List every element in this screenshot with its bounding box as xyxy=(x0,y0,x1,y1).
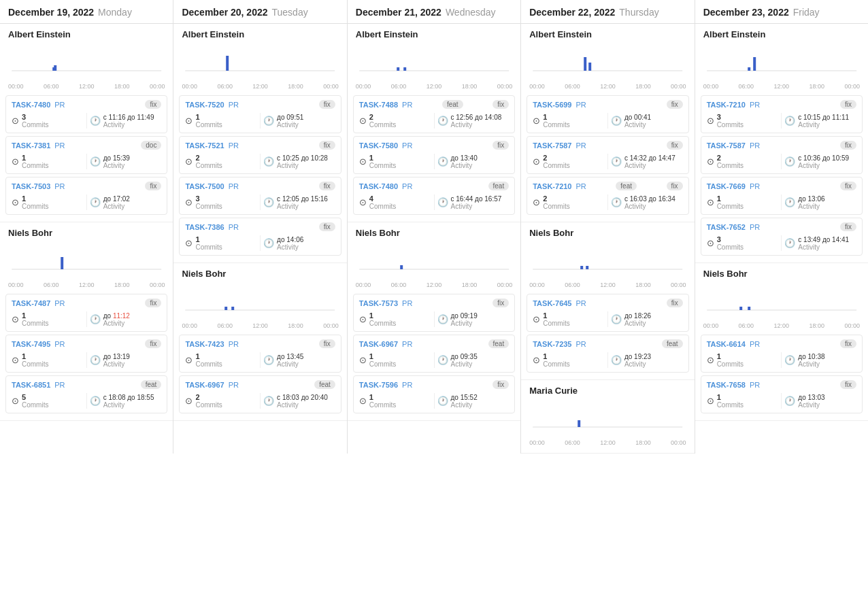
pr-link[interactable]: PR xyxy=(229,141,239,150)
activity-block: 🕐 с 11:16 до 11:49Activity xyxy=(90,113,162,129)
pr-link[interactable]: PR xyxy=(54,141,65,150)
pr-link[interactable]: PR xyxy=(575,101,586,109)
pr-link[interactable]: PR xyxy=(229,381,239,389)
task-id-link[interactable]: TASK-7587 xyxy=(707,141,746,150)
task-id-link[interactable]: TASK-6967 xyxy=(185,381,224,389)
clock-icon: 🕐 xyxy=(784,396,795,406)
pr-link[interactable]: PR xyxy=(750,381,760,389)
pr-link[interactable]: PR xyxy=(402,381,412,389)
pr-link[interactable]: PR xyxy=(402,141,412,150)
tag-badge: fix xyxy=(840,380,856,389)
activity-label: Activity xyxy=(103,401,154,409)
task-card: TASK-7587PRfix⊙ 2Commits🕐 с 10:36 до 10:… xyxy=(701,136,863,174)
activity-block: 🕐 до 14:06Activity xyxy=(263,235,335,251)
pr-link[interactable]: PR xyxy=(750,141,760,150)
task-id-link[interactable]: TASK-7210 xyxy=(707,101,746,109)
chart-label-4: 00:00 xyxy=(497,83,513,90)
pr-link[interactable]: PR xyxy=(750,340,760,348)
task-id-link[interactable]: TASK-7480 xyxy=(12,101,50,109)
pr-link[interactable]: PR xyxy=(229,340,239,348)
task-id-link[interactable]: TASK-7587 xyxy=(533,141,571,150)
activity-block: 🕐 с 13:49 до 14:41Activity xyxy=(784,235,856,251)
commits-label: Commits xyxy=(543,320,569,327)
activity-label: Activity xyxy=(103,203,130,210)
pr-link[interactable]: PR xyxy=(402,101,412,109)
pr-link[interactable]: PR xyxy=(750,223,760,231)
task-id-link[interactable]: TASK-7500 xyxy=(185,182,224,190)
activity-label: Activity xyxy=(451,162,478,169)
task-id-link[interactable]: TASK-7210 xyxy=(533,182,571,190)
divider xyxy=(781,194,782,210)
task-id-link[interactable]: TASK-7573 xyxy=(359,299,398,307)
task-id-link[interactable]: TASK-7669 xyxy=(707,182,746,190)
divider xyxy=(260,393,261,409)
task-card-body: ⊙ 1Commits🕐 до 17:02Activity xyxy=(12,194,161,210)
task-id-link[interactable]: TASK-7386 xyxy=(185,223,224,231)
pr-link[interactable]: PR xyxy=(575,141,586,150)
chart-area xyxy=(695,282,868,322)
pr-link[interactable]: PR xyxy=(575,340,586,348)
task-card-header: TASK-7381PRdoc xyxy=(12,141,161,150)
divider xyxy=(86,393,87,409)
svg-rect-2 xyxy=(54,65,56,71)
pr-link[interactable]: PR xyxy=(229,182,239,190)
pr-link[interactable]: PR xyxy=(54,182,65,190)
commits-block: ⊙ 1Commits xyxy=(12,154,84,169)
task-card-header: TASK-7423PRfix xyxy=(185,339,335,348)
tag-badge: feat xyxy=(314,380,335,389)
task-id-link[interactable]: TASK-7520 xyxy=(185,101,224,109)
task-id-link[interactable]: TASK-7423 xyxy=(185,340,224,348)
tag-badge: doc xyxy=(141,141,161,150)
commits-label: Commits xyxy=(369,360,396,368)
pr-link[interactable]: PR xyxy=(750,101,760,109)
tag-badge: fix xyxy=(493,141,509,150)
day-header: December 19, 2022Monday xyxy=(0,0,173,24)
task-id-link[interactable]: TASK-7521 xyxy=(185,141,224,150)
commits-block: ⊙ 3Commits xyxy=(12,113,84,129)
pr-link[interactable]: PR xyxy=(575,182,586,190)
task-id-link[interactable]: TASK-7488 xyxy=(359,101,398,109)
task-id-link[interactable]: TASK-6851 xyxy=(12,381,50,389)
task-id-link[interactable]: TASK-7495 xyxy=(12,340,50,348)
clock-icon: 🕐 xyxy=(611,116,622,126)
pr-link[interactable]: PR xyxy=(54,101,65,109)
commits-label: Commits xyxy=(195,203,222,210)
task-id-link[interactable]: TASK-7652 xyxy=(707,223,746,231)
commits-block: ⊙ 1Commits xyxy=(533,311,605,327)
task-id-link[interactable]: TASK-7580 xyxy=(359,141,398,150)
pr-link[interactable]: PR xyxy=(54,381,65,389)
task-id-link[interactable]: TASK-7596 xyxy=(359,381,398,389)
task-id-link[interactable]: TASK-7487 xyxy=(12,299,50,307)
person-section: Albert Einstein00:00 06:00 12:00 18:00 0… xyxy=(521,24,694,222)
task-id-link[interactable]: TASK-7235 xyxy=(533,340,571,348)
task-id-link[interactable]: TASK-7658 xyxy=(707,381,746,389)
pr-link[interactable]: PR xyxy=(54,299,65,307)
task-id-link[interactable]: TASK-7381 xyxy=(12,141,50,150)
person-name: Niels Bohr xyxy=(0,222,173,241)
divider xyxy=(607,194,608,210)
task-id-link[interactable]: TASK-5699 xyxy=(533,101,571,109)
commits-label: Commits xyxy=(369,121,396,129)
pr-link[interactable]: PR xyxy=(750,182,760,190)
person-name: Niels Bohr xyxy=(348,222,520,241)
task-id-link[interactable]: TASK-7645 xyxy=(533,299,571,307)
pr-link[interactable]: PR xyxy=(402,340,412,348)
commits-label: Commits xyxy=(195,162,222,169)
task-id-link[interactable]: TASK-7480 xyxy=(359,182,398,190)
task-id-link[interactable]: TASK-7503 xyxy=(12,182,50,190)
activity-block: 🕐 до 13:03Activity xyxy=(784,393,856,409)
task-card: TASK-5699PRfix⊙ 1Commits🕐 до 00:41Activi… xyxy=(527,95,688,133)
pr-link[interactable]: PR xyxy=(229,223,239,231)
task-id-link[interactable]: TASK-6614 xyxy=(707,340,746,348)
activity-block: 🕐 до 09:51Activity xyxy=(263,113,335,129)
activity-block: 🕐 до 09:19Activity xyxy=(437,311,510,327)
pr-link[interactable]: PR xyxy=(54,340,65,348)
task-card-header: TASK-7652PRfix xyxy=(707,222,856,231)
pr-link[interactable]: PR xyxy=(402,182,412,190)
pr-link[interactable]: PR xyxy=(402,299,412,307)
commits-value: 2 xyxy=(195,154,199,162)
task-id-link[interactable]: TASK-6967 xyxy=(359,340,398,348)
activity-label: Activity xyxy=(277,121,303,129)
pr-link[interactable]: PR xyxy=(575,299,586,307)
pr-link[interactable]: PR xyxy=(229,101,239,109)
